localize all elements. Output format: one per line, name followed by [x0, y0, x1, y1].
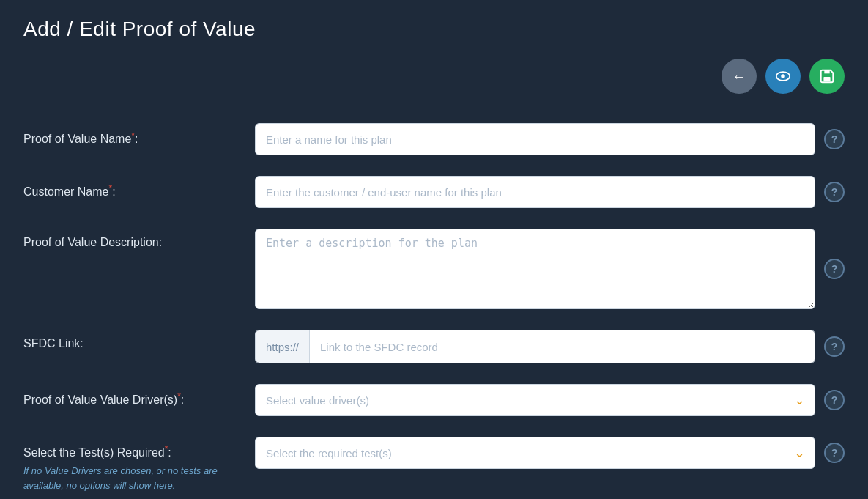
tests-required-input-wrapper: Select the required test(s) ⌄ ?	[255, 437, 845, 469]
pov-description-input[interactable]	[255, 229, 815, 309]
customer-name-input-wrapper: ?	[255, 176, 845, 208]
customer-name-row: Customer Name*: ?	[23, 176, 845, 208]
value-drivers-row: Proof of Value Value Driver(s)*: Select …	[23, 384, 845, 416]
sfdc-link-help-icon[interactable]: ?	[824, 336, 845, 357]
sfdc-link-input[interactable]	[310, 330, 815, 363]
value-drivers-label: Proof of Value Value Driver(s)*:	[23, 384, 243, 407]
tests-required-note: If no Value Drivers are chosen, or no te…	[23, 464, 229, 492]
tests-required-select[interactable]: Select the required test(s)	[255, 437, 815, 469]
sfdc-link-label: SFDC Link:	[23, 330, 243, 350]
value-drivers-select-wrapper: Select value driver(s) ⌄	[255, 384, 815, 416]
customer-name-help-icon[interactable]: ?	[824, 182, 845, 202]
pov-name-input[interactable]	[255, 123, 815, 155]
tests-required-help-icon[interactable]: ?	[824, 443, 845, 463]
back-button[interactable]: ←	[722, 59, 757, 94]
page-title: Add / Edit Proof of Value	[23, 18, 845, 41]
form: Proof of Value Name*: ? Customer Name*: …	[23, 123, 845, 492]
customer-name-label: Customer Name*:	[23, 176, 243, 199]
pov-description-help-icon[interactable]: ?	[824, 259, 845, 279]
svg-rect-3	[823, 77, 830, 81]
preview-button[interactable]	[765, 59, 801, 94]
value-drivers-input-wrapper: Select value driver(s) ⌄ ?	[255, 384, 845, 416]
pov-name-label: Proof of Value Name*:	[23, 123, 243, 146]
tests-required-select-wrapper: Select the required test(s) ⌄	[255, 437, 815, 469]
pov-name-input-wrapper: ?	[255, 123, 845, 155]
sfdc-link-row: SFDC Link: https:// ?	[23, 330, 845, 363]
save-button[interactable]	[809, 59, 845, 94]
value-drivers-select[interactable]: Select value driver(s)	[255, 384, 815, 416]
pov-description-input-wrapper: ?	[255, 229, 845, 309]
tests-required-row: Select the Test(s) Required*: If no Valu…	[23, 437, 845, 492]
svg-rect-2	[824, 70, 829, 74]
toolbar: ←	[23, 59, 845, 94]
tests-required-label-wrapper: Select the Test(s) Required*: If no Valu…	[23, 437, 243, 492]
pov-name-help-icon[interactable]: ?	[824, 129, 845, 149]
pov-description-label: Proof of Value Description:	[23, 229, 243, 249]
sfdc-link-input-wrapper: https:// ?	[255, 330, 845, 363]
tests-required-label: Select the Test(s) Required*:	[23, 444, 243, 459]
customer-name-input[interactable]	[255, 176, 815, 208]
value-drivers-help-icon[interactable]: ?	[824, 390, 845, 410]
pov-description-row: Proof of Value Description: ?	[23, 229, 845, 309]
svg-point-1	[781, 74, 785, 78]
sfdc-input-group: https://	[255, 330, 815, 363]
pov-name-row: Proof of Value Name*: ?	[23, 123, 845, 155]
sfdc-prefix: https://	[256, 330, 310, 363]
